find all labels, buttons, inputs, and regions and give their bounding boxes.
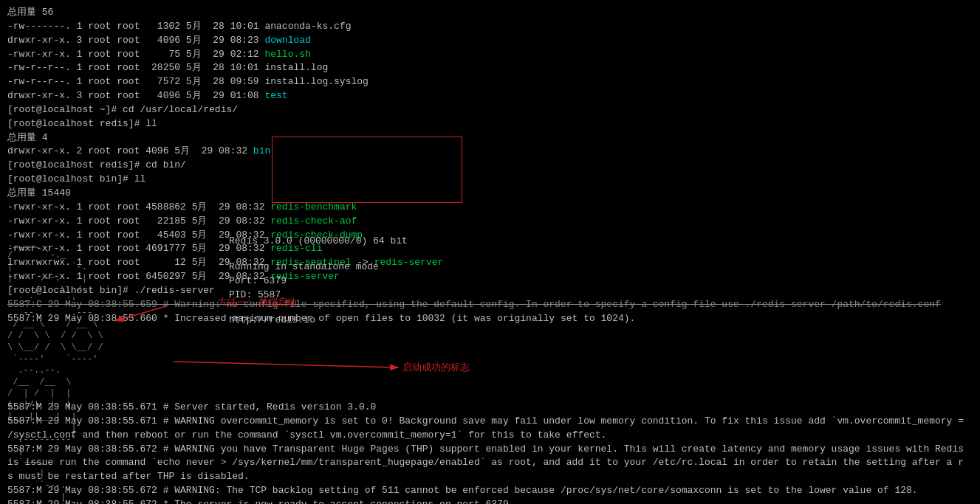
- line-4: -rwxr-xr-x. 1 root root 75 5月 29 02:12 h…: [7, 48, 973, 62]
- line-5: -rw-r--r--. 1 root root 28250 5月 28 10:0…: [7, 61, 973, 75]
- line-23: 5587:M 29 May 08:38:55.660 * Increased m…: [7, 312, 973, 326]
- server-info: Redis 3.0.0 (00000000/0) 64 bit Running …: [229, 235, 408, 328]
- server-port: Port: 6379: [229, 275, 408, 289]
- warn-3: /sysctl.conf and then reboot or run the …: [7, 429, 967, 443]
- line-13: [root@localhost bin]# ll: [7, 173, 973, 187]
- line-18: -rwxr-xr-x. 1 root root 4691777 5月 29 08…: [7, 242, 973, 256]
- line-19: lrwxrwxrwx. 1 root root 12 5月 29 08:32 r…: [7, 256, 973, 270]
- line-1: 总用量 56: [7, 6, 973, 20]
- line-17: -rwxr-xr-x. 1 root root 45403 5月 29 08:3…: [7, 229, 973, 243]
- warn-6: s must be restarted after THP is disable…: [7, 470, 967, 484]
- warn-4: 5587:M 29 May 08:38:55.672 # WARNING you…: [7, 443, 967, 457]
- line-15: -rwxr-xr-x. 1 root root 4588862 5月 29 08…: [7, 201, 973, 215]
- server-mode: Running in standalone mode: [229, 260, 408, 275]
- line-6: -rw-r--r--. 1 root root 7572 5月 28 09:59…: [7, 75, 973, 89]
- warn-2: 5587:M 29 May 08:38:55.671 # WARNING ove…: [7, 415, 967, 429]
- svg-line-0: [174, 362, 399, 367]
- line-11: drwxr-xr-x. 2 root root 4096 5月 29 08:32…: [7, 145, 973, 159]
- line-12: [root@localhost redis]# cd bin/: [7, 159, 973, 173]
- line-9: [root@localhost redis]# ll: [7, 117, 973, 131]
- warn-1: 5587:M 29 May 08:38:55.671 # Server star…: [7, 401, 967, 415]
- line-3: drwxr-xr-x. 3 root root 4096 5月 29 08:23…: [7, 34, 973, 48]
- line-21: [root@localhost bin]# ./redis-server: [7, 284, 973, 298]
- terminal: 总用量 56 -rw-------. 1 root root 1302 5月 2…: [0, 0, 980, 504]
- server-url: http://redis.io: [229, 314, 408, 328]
- line-10: 总用量 4: [7, 131, 973, 145]
- warn-5: is issue run the command `echo never > /…: [7, 456, 967, 470]
- warning-lines: 5587:M 29 May 08:38:55.671 # Server star…: [7, 401, 967, 504]
- line-7: drwxr-xr-x. 3 root root 4096 5月 29 01:08…: [7, 89, 973, 103]
- server-pid: PID: 5587: [229, 289, 408, 303]
- line-8: [root@localhost ~]# cd /usr/local/redis/: [7, 103, 973, 117]
- server-version: Redis 3.0.0 (00000000/0) 64 bit: [229, 235, 408, 249]
- warn-7: 5587:M 29 May 08:38:55.672 # WARNING: Th…: [7, 484, 967, 498]
- annotation-start-success: 启动成功的标志: [402, 362, 470, 376]
- line-14: 总用量 15440: [7, 187, 973, 201]
- line-16: -rwxr-xr-x. 1 root root 22185 5月 29 08:3…: [7, 215, 973, 229]
- line-2: -rw-------. 1 root root 1302 5月 28 10:01…: [7, 20, 973, 34]
- warn-8: 5587:M 29 May 08:38:55.672 * The server …: [7, 498, 967, 504]
- line-22: 5587:C 29 May 08:38:55.659 # Warning: no…: [7, 298, 973, 312]
- line-20: -rwxr-xr-x. 1 root root 6450297 5月 29 08…: [7, 270, 973, 284]
